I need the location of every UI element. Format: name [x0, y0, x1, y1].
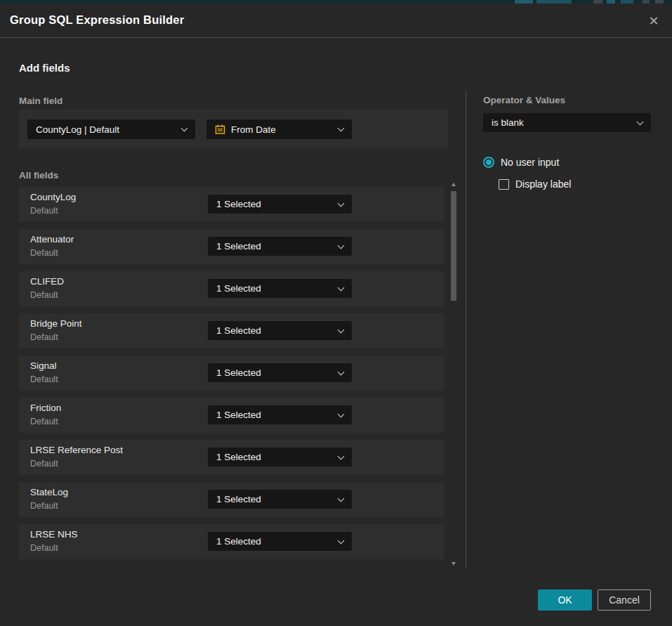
- titlebar-divider: [0, 37, 672, 38]
- field-row[interactable]: Bridge Point Default 1 Selected: [19, 313, 444, 348]
- all-fields-list: CountyLog Default 1 Selected Attenuator …: [19, 187, 444, 566]
- field-selected-value: 1 Selected: [216, 410, 261, 420]
- scrollbar-thumb[interactable]: [451, 191, 456, 301]
- field-name: LRSE Reference Post: [30, 445, 123, 455]
- list-scrollbar[interactable]: [450, 181, 457, 567]
- chevron-down-icon: [338, 200, 345, 207]
- field-row[interactable]: LRSE Reference Post Default 1 Selected: [19, 440, 444, 475]
- field-selected-dropdown[interactable]: 1 Selected: [208, 363, 352, 382]
- chevron-down-icon: [338, 242, 345, 249]
- field-row[interactable]: Friction Default 1 Selected: [19, 398, 444, 433]
- add-fields-heading: Add fields: [19, 62, 70, 74]
- field-name: CountyLog: [30, 192, 76, 202]
- field-selected-value: 1 Selected: [216, 536, 261, 547]
- field-subtitle: Default: [30, 332, 58, 342]
- field-selected-dropdown[interactable]: 1 Selected: [208, 448, 352, 467]
- field-row[interactable]: Attenuator Default 1 Selected: [19, 229, 444, 264]
- field-name: Friction: [30, 403, 61, 413]
- field-subtitle: Default: [30, 248, 58, 258]
- field-selected-value: 1 Selected: [216, 452, 261, 462]
- close-icon[interactable]: ✕: [645, 12, 663, 30]
- scroll-up-icon[interactable]: [452, 183, 456, 186]
- field-name: CLIFED: [30, 276, 64, 287]
- no-user-input-radio[interactable]: No user input: [483, 157, 559, 168]
- screen: Group SQL Expression Builder ✕ Add field…: [0, 0, 672, 626]
- chevron-down-icon: [338, 284, 345, 291]
- field-name: Attenuator: [30, 234, 74, 244]
- sql-expression-builder-dialog: Group SQL Expression Builder ✕ Add field…: [0, 4, 672, 626]
- scroll-down-icon[interactable]: [452, 562, 456, 566]
- field-selected-value: 1 Selected: [216, 283, 261, 294]
- field-row[interactable]: StateLog Default 1 Selected: [19, 482, 444, 517]
- radio-selected-icon: [483, 157, 494, 168]
- field-name: Bridge Point: [30, 318, 82, 329]
- radio-dot: [486, 159, 492, 165]
- field-row[interactable]: CountyLog Default 1 Selected: [19, 187, 444, 222]
- chevron-down-icon: [338, 326, 345, 333]
- field-selected-value: 1 Selected: [216, 494, 261, 504]
- field-selected-dropdown[interactable]: 1 Selected: [208, 237, 352, 256]
- field-selected-dropdown[interactable]: 1 Selected: [208, 405, 352, 424]
- field-subtitle: Default: [30, 374, 58, 384]
- field-selected-value: 1 Selected: [216, 241, 261, 252]
- field-name: Signal: [30, 360, 57, 371]
- field-row[interactable]: Signal Default 1 Selected: [19, 356, 444, 391]
- dialog-titlebar: Group SQL Expression Builder ✕: [0, 4, 672, 37]
- field-row[interactable]: CLIFED Default 1 Selected: [19, 271, 444, 306]
- main-field-date-dropdown[interactable]: From Date: [206, 119, 352, 139]
- panel-divider: [466, 91, 466, 567]
- main-field-source-dropdown[interactable]: CountyLog | Default: [27, 119, 195, 139]
- field-selected-dropdown[interactable]: 1 Selected: [208, 490, 352, 509]
- chevron-down-icon: [338, 537, 345, 544]
- ok-button[interactable]: OK: [538, 589, 592, 611]
- operator-value: is blank: [492, 117, 524, 128]
- field-selected-dropdown[interactable]: 1 Selected: [208, 195, 352, 214]
- chevron-down-icon: [338, 368, 345, 375]
- main-field-date-value: From Date: [231, 124, 276, 135]
- field-selected-value: 1 Selected: [216, 199, 261, 209]
- chevron-down-icon: [637, 118, 644, 125]
- field-name: LRSE NHS: [30, 529, 78, 540]
- calendar-icon: [215, 124, 225, 135]
- field-selected-value: 1 Selected: [216, 325, 261, 336]
- operator-values-label: Operator & Values: [483, 95, 565, 105]
- field-selected-dropdown[interactable]: 1 Selected: [208, 532, 352, 551]
- display-label-text: Display label: [515, 178, 571, 190]
- main-field-source-value: CountyLog | Default: [36, 124, 119, 135]
- cancel-button[interactable]: Cancel: [598, 589, 651, 611]
- field-subtitle: Default: [30, 290, 58, 300]
- main-field-panel: CountyLog | Default From Date: [19, 110, 448, 148]
- display-label-checkbox-row[interactable]: Display label: [499, 178, 571, 190]
- chevron-down-icon: [181, 125, 188, 132]
- chevron-down-icon: [338, 452, 345, 459]
- chevron-down-icon: [338, 125, 345, 132]
- field-name: StateLog: [30, 487, 68, 497]
- checkbox-unchecked-icon[interactable]: [499, 179, 509, 190]
- dialog-title: Group SQL Expression Builder: [10, 13, 184, 27]
- main-field-label: Main field: [19, 96, 62, 106]
- field-row[interactable]: LRSE NHS Default 1 Selected: [19, 524, 444, 559]
- chevron-down-icon: [338, 410, 345, 417]
- no-user-input-label: No user input: [501, 157, 559, 168]
- chevron-down-icon: [338, 495, 345, 502]
- field-selected-value: 1 Selected: [216, 367, 261, 378]
- field-selected-dropdown[interactable]: 1 Selected: [208, 279, 352, 298]
- field-subtitle: Default: [30, 417, 58, 426]
- field-subtitle: Default: [30, 543, 58, 553]
- field-subtitle: Default: [30, 501, 58, 511]
- field-subtitle: Default: [30, 206, 58, 216]
- all-fields-label: All fields: [19, 170, 58, 181]
- operator-dropdown[interactable]: is blank: [483, 113, 651, 132]
- field-selected-dropdown[interactable]: 1 Selected: [208, 321, 352, 340]
- field-subtitle: Default: [30, 459, 58, 469]
